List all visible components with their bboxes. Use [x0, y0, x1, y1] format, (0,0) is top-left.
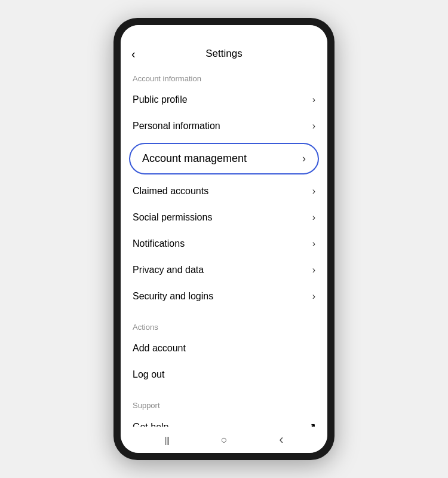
- section-label-support: Support: [121, 393, 327, 413]
- section-support: Support Get help ↗: [121, 393, 327, 427]
- menu-item-claimed-accounts[interactable]: Claimed accounts ›: [121, 178, 327, 204]
- menu-item-label-log-out: Log out: [133, 369, 164, 380]
- menu-item-public-profile[interactable]: Public profile ›: [121, 87, 327, 113]
- phone-shell: ‹ Settings Account information Public pr…: [113, 18, 335, 460]
- menu-item-account-management[interactable]: Account management ›: [129, 143, 319, 174]
- menu-item-label-public-profile: Public profile: [133, 94, 188, 105]
- menu-item-label-privacy-and-data: Privacy and data: [133, 265, 204, 275]
- divider-actions: [121, 310, 327, 314]
- chevron-icon-claimed-accounts: ›: [312, 186, 315, 197]
- divider-support: [121, 388, 327, 393]
- menu-item-label-add-account: Add account: [133, 343, 186, 354]
- section-account-sub: Claimed accounts › Social permissions › …: [121, 178, 327, 310]
- section-label-actions: Actions: [121, 314, 327, 335]
- section-actions: Actions Add account Log out: [121, 314, 327, 388]
- menu-item-get-help[interactable]: Get help ↗: [121, 413, 327, 427]
- chevron-icon-account-management: ›: [302, 152, 306, 165]
- phone-screen: ‹ Settings Account information Public pr…: [121, 25, 327, 453]
- menu-item-log-out[interactable]: Log out: [121, 361, 327, 388]
- external-link-icon-get-help: ↗: [308, 421, 315, 427]
- menu-item-label-personal-information: Personal information: [133, 121, 220, 131]
- app-header: ‹ Settings: [121, 42, 327, 66]
- menu-item-security-and-logins[interactable]: Security and logins ›: [121, 283, 327, 310]
- menu-item-add-account[interactable]: Add account: [121, 335, 327, 361]
- nav-back-button[interactable]: [279, 432, 283, 448]
- menu-item-label-get-help: Get help: [133, 422, 168, 427]
- nav-bar: [121, 427, 327, 453]
- menu-item-label-claimed-accounts: Claimed accounts: [133, 186, 208, 197]
- menu-item-label-security-and-logins: Security and logins: [133, 291, 213, 302]
- nav-home-button[interactable]: [221, 434, 228, 446]
- chevron-icon-security-and-logins: ›: [312, 291, 315, 302]
- menu-item-social-permissions[interactable]: Social permissions ›: [121, 204, 327, 231]
- menu-item-privacy-and-data[interactable]: Privacy and data ›: [121, 257, 327, 283]
- back-button[interactable]: ‹: [131, 47, 136, 61]
- menu-item-label-account-management: Account management: [142, 152, 247, 165]
- chevron-icon-notifications: ›: [312, 238, 315, 249]
- menu-item-notifications[interactable]: Notifications ›: [121, 231, 327, 257]
- chevron-icon-social-permissions: ›: [312, 212, 315, 223]
- scroll-area: Account information Public profile › Per…: [121, 66, 327, 427]
- nav-recent-button[interactable]: [164, 434, 169, 446]
- chevron-icon-personal-information: ›: [312, 121, 315, 131]
- page-title: Settings: [205, 48, 242, 60]
- menu-item-label-social-permissions: Social permissions: [133, 212, 212, 223]
- status-bar: [121, 25, 327, 42]
- section-account-info: Account information Public profile › Per…: [121, 66, 327, 139]
- chevron-icon-privacy-and-data: ›: [312, 265, 315, 275]
- section-label-account-info: Account information: [121, 66, 327, 87]
- chevron-icon-public-profile: ›: [312, 94, 315, 105]
- menu-item-personal-information[interactable]: Personal information ›: [121, 113, 327, 139]
- menu-item-label-notifications: Notifications: [133, 238, 185, 249]
